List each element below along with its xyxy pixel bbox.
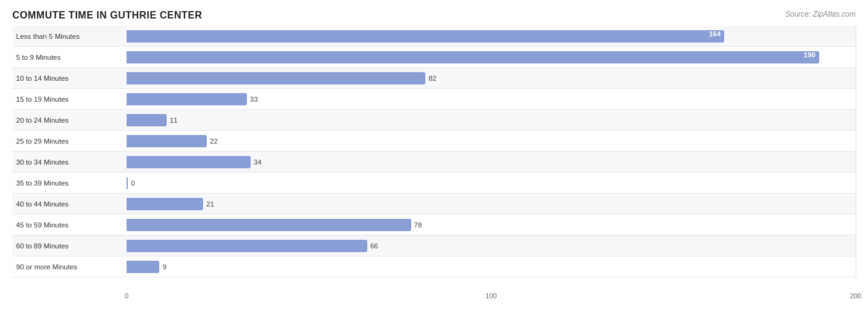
bar-track: 33 [127, 93, 856, 105]
bar-fill: 164 [127, 30, 724, 43]
bar-label: 45 to 59 Minutes [12, 221, 127, 229]
bar-label: 35 to 39 Minutes [12, 179, 127, 187]
bar-row: 45 to 59 Minutes78 [12, 215, 856, 235]
bar-track: 11 [127, 114, 856, 126]
bar-label: 5 to 9 Minutes [12, 54, 127, 61]
bar-value: 66 [370, 242, 378, 250]
bar-track: 190 [127, 51, 856, 63]
bar-fill [127, 72, 425, 84]
chart-container: COMMUTE TIME IN GUTHRIE CENTER Source: Z… [0, 0, 868, 323]
bar-track: 34 [127, 156, 856, 168]
bar-value: 21 [206, 200, 214, 208]
bar-fill [127, 114, 167, 126]
bar-fill [127, 219, 411, 231]
x-axis-tick: 0 [125, 292, 128, 300]
bar-row: 35 to 39 Minutes0 [12, 173, 856, 194]
grid-line [856, 26, 856, 277]
grid-and-bars: Less than 5 Minutes1645 to 9 Minutes1901… [12, 26, 856, 292]
chart-title: COMMUTE TIME IN GUTHRIE CENTER [12, 10, 856, 21]
bar-row: 25 to 29 Minutes22 [12, 131, 856, 152]
bar-rows: Less than 5 Minutes1645 to 9 Minutes1901… [12, 26, 856, 292]
x-axis-tick: 100 [485, 292, 496, 300]
bar-row: 10 to 14 Minutes82 [12, 68, 856, 89]
bar-label: 60 to 89 Minutes [12, 242, 127, 250]
bar-value: 190 [804, 51, 816, 59]
bar-track: 66 [127, 240, 856, 252]
bar-track: 82 [127, 72, 856, 84]
bar-value: 9 [162, 263, 166, 271]
x-axis: 0100200 [127, 292, 856, 312]
bar-label: 20 to 24 Minutes [12, 117, 127, 124]
bar-fill [127, 93, 247, 105]
bar-value: 164 [709, 30, 720, 38]
bar-track: 9 [127, 261, 856, 273]
bar-track: 22 [127, 135, 856, 147]
bar-value: 22 [210, 137, 218, 145]
bar-row: 40 to 44 Minutes21 [12, 194, 856, 215]
bar-fill [127, 240, 367, 252]
bar-value: 33 [250, 96, 258, 103]
bar-value: 11 [170, 117, 178, 124]
bar-value: 82 [428, 75, 436, 82]
bar-fill [127, 261, 159, 273]
bar-value: 34 [254, 158, 262, 166]
bar-fill [127, 198, 203, 210]
bar-label: 30 to 34 Minutes [12, 158, 127, 166]
bar-value: 78 [414, 221, 422, 229]
bar-label: 25 to 29 Minutes [12, 137, 127, 145]
bar-label: 15 to 19 Minutes [12, 96, 127, 103]
bar-row: 90 or more Minutes9 [12, 256, 856, 277]
bar-label: 90 or more Minutes [12, 263, 127, 271]
bar-row: 5 to 9 Minutes190 [12, 47, 856, 68]
bar-track: 78 [127, 219, 856, 231]
bar-track: 21 [127, 198, 856, 210]
bar-fill [127, 135, 207, 147]
source-label: Source: ZipAtlas.com [785, 10, 856, 18]
bar-label: 40 to 44 Minutes [12, 200, 127, 208]
bar-fill: 190 [127, 51, 819, 63]
bar-fill [127, 177, 128, 189]
x-axis-tick: 200 [850, 292, 861, 300]
bar-label: Less than 5 Minutes [12, 33, 127, 40]
bar-label: 10 to 14 Minutes [12, 75, 127, 82]
bar-row: 60 to 89 Minutes66 [12, 235, 856, 256]
chart-body: Less than 5 Minutes1645 to 9 Minutes1901… [12, 26, 856, 312]
bar-track: 164 [127, 30, 856, 43]
bar-value: 0 [131, 179, 135, 187]
bar-track: 0 [127, 177, 856, 189]
bar-row: Less than 5 Minutes164 [12, 26, 856, 47]
bar-row: 15 to 19 Minutes33 [12, 89, 856, 110]
bar-row: 30 to 34 Minutes34 [12, 152, 856, 173]
bar-row: 20 to 24 Minutes11 [12, 110, 856, 131]
bar-fill [127, 156, 251, 168]
